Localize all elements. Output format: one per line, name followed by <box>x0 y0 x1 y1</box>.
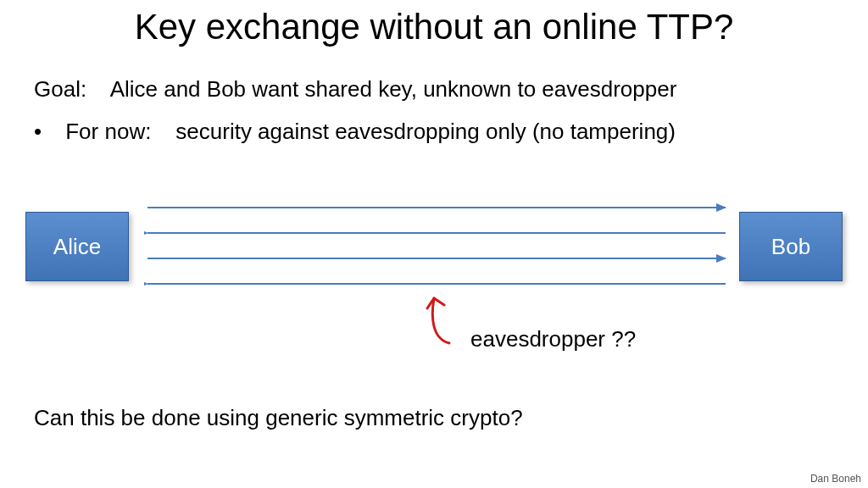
alice-label: Alice <box>53 234 101 260</box>
bullet-lead: For now: <box>65 119 151 144</box>
goal-line: Goal: Alice and Bob want shared key, unk… <box>34 76 676 103</box>
curved-arrow-head <box>427 298 444 308</box>
slide-title: Key exchange without an online TTP? <box>0 7 868 47</box>
bullet-text: security against eavesdropping only (no … <box>175 119 676 144</box>
eavesdropper-arrow-icon <box>415 288 466 347</box>
curved-arrow-body <box>432 298 449 343</box>
bob-label: Bob <box>771 234 810 260</box>
bullet-marker: • <box>34 119 59 145</box>
bob-box: Bob <box>739 212 843 281</box>
goal-label: Goal: <box>34 76 86 102</box>
bullet-line: • For now: security against eavesdroppin… <box>34 119 676 145</box>
eavesdropper-label: eavesdropper ?? <box>470 326 636 352</box>
author-credit: Dan Boneh <box>810 473 861 485</box>
closing-question: Can this be done using generic symmetric… <box>34 405 523 431</box>
alice-box: Alice <box>25 212 129 281</box>
goal-text: Alice and Bob want shared key, unknown t… <box>110 76 677 102</box>
